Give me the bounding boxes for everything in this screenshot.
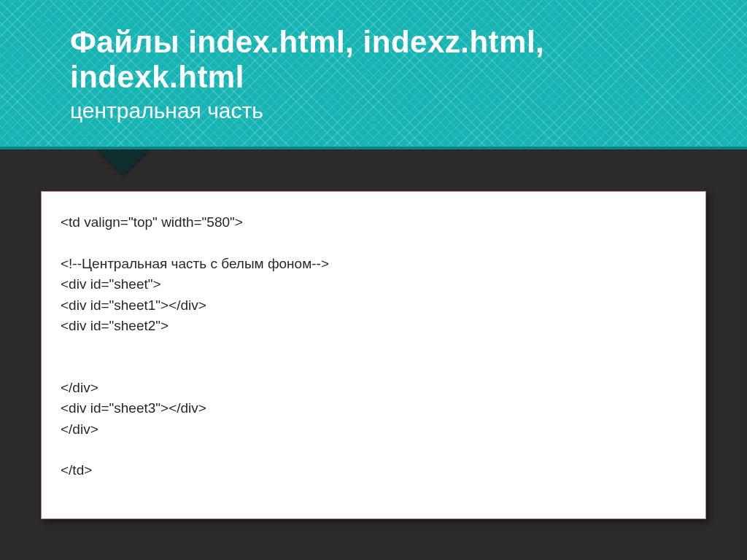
code-content-box: <td valign="top" width="580"> <!--Центра… (41, 191, 706, 519)
code-line: </div> (61, 419, 686, 440)
slide-title-line1: Файлы index.html, indexz.html, (70, 25, 747, 60)
slide-header: Файлы index.html, indexz.html, indexk.ht… (0, 0, 747, 149)
header-arrow-icon (98, 149, 149, 179)
code-line: <div id="sheet"> (61, 274, 686, 295)
slide-title-line2: indexk.html (70, 60, 747, 95)
code-line: <div id="sheet3"></div> (61, 398, 686, 419)
code-line: <div id="sheet1"></div> (61, 295, 686, 316)
code-line: <td valign="top" width="580"> (61, 212, 686, 233)
slide-subtitle: центральная часть (70, 98, 747, 123)
code-line: </td> (61, 460, 686, 481)
code-line: <div id="sheet2"> (61, 316, 686, 337)
blank-line (61, 233, 686, 254)
code-line: <!--Центральная часть с белым фоном--> (61, 254, 686, 275)
blank-line (61, 440, 686, 460)
blank-line (61, 337, 686, 357)
blank-line (61, 357, 686, 378)
code-line: </div> (61, 378, 686, 399)
